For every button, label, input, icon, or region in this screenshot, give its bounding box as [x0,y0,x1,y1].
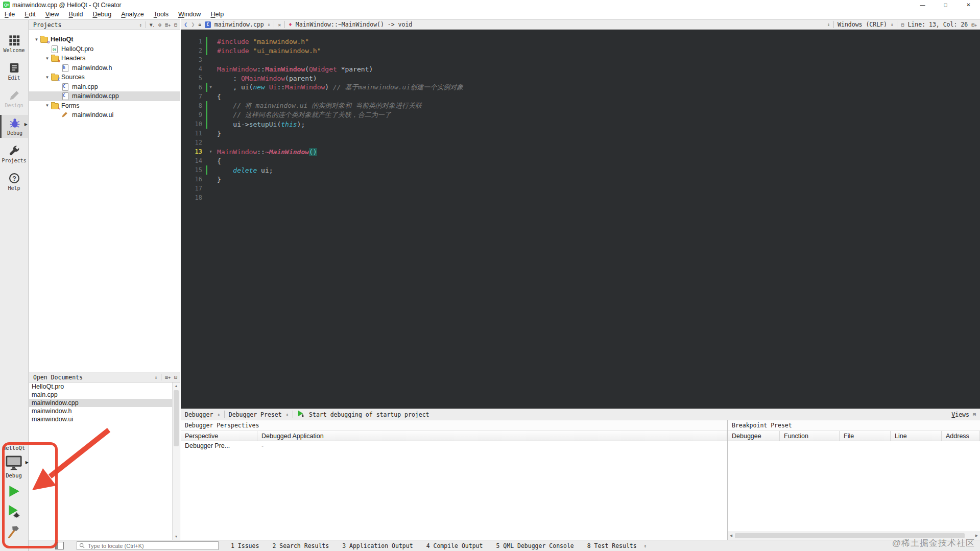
mode-button-welcome[interactable]: Welcome [0,32,28,55]
menu-help[interactable]: Help [210,11,224,18]
tree-item-mainwindow.ui[interactable]: mainwindow.ui [29,110,180,120]
start-debugging-button[interactable] [6,504,21,519]
column-header-file[interactable]: File [840,431,891,441]
menu-analyze[interactable]: Analyze [121,11,144,18]
expander-icon[interactable]: ▼ [44,56,51,61]
code-line-10[interactable]: 10 ui->setupUi(this); [181,119,980,129]
output-pane-button-4[interactable]: 4 Compile Output [426,542,483,549]
kit-target-button[interactable]: ▶ [5,455,22,472]
minimize-button[interactable]: — [911,0,934,10]
mode-button-edit[interactable]: Edit [0,60,28,83]
code-line-15[interactable]: 15 delete ui; [181,165,980,175]
code-line-18[interactable]: 18 [181,193,980,202]
expander-icon[interactable]: ▼ [33,37,40,42]
close-button[interactable]: ✕ [957,0,980,10]
code-line-11[interactable]: 11} [181,129,980,138]
locator-box[interactable] [77,541,219,550]
menu-build[interactable]: Build [69,11,83,18]
tree-item-Headers[interactable]: ▼hHeaders [29,54,180,63]
kit-selector[interactable]: HelloQt ▶ Debug [0,445,28,540]
toggle-sidebar-icon[interactable] [55,542,64,549]
scroll-down-icon[interactable]: ▼ [173,533,180,540]
run-button[interactable] [6,484,21,499]
code-line-4[interactable]: 4MainWindow::MainWindow(QWidget *parent) [181,64,980,74]
menu-edit[interactable]: Edit [25,11,36,18]
output-pane-button-5[interactable]: 5 QML Debugger Console [496,542,573,549]
menu-window[interactable]: Window [178,11,201,18]
file-dropdown-updown-icon[interactable]: ⇕ [268,22,270,27]
open-documents-scrollbar[interactable]: ▲ ▼ [172,382,180,540]
tree-item-mainwindow.h[interactable]: hmainwindow.h [29,63,180,73]
output-pane-button-8[interactable]: 8 Test Results [587,542,637,549]
maximize-button[interactable]: □ [934,0,957,10]
code-line-17[interactable]: 17 [181,184,980,193]
open-file-dropdown[interactable]: mainwindow.cpp [214,21,264,28]
code-line-12[interactable]: 12 [181,138,980,147]
code-line-13[interactable]: 13▼MainWindow::~MainWindow() [181,147,980,156]
scroll-right-icon[interactable]: ▶ [973,532,980,539]
close-document-icon[interactable]: ✕ [278,22,281,28]
forward-icon[interactable]: ❯ [191,21,195,28]
mode-button-help[interactable]: ?Help [0,170,28,193]
tree-item-main.cpp[interactable]: Cmain.cpp [29,82,180,92]
close-panel-icon[interactable]: ⊟ [174,22,177,28]
code-line-6[interactable]: 6▼ , ui(new Ui::MainWindow) // 基于mainwin… [181,83,980,92]
open-document-HelloQt.pro[interactable]: HelloQt.pro [29,382,180,391]
debugger-combo[interactable]: Debugger [185,411,213,418]
preset-combo[interactable]: Debugger Preset [229,411,282,418]
code-line-14[interactable]: 14{ [181,156,980,165]
debugger-combo-updown-icon[interactable]: ⇕ [217,412,220,417]
tree-item-mainwindow.cpp[interactable]: Cmainwindow.cpp [29,91,180,101]
output-pane-button-3[interactable]: 3 Application Output [342,542,413,549]
preset-combo-updown-icon[interactable]: ⇕ [286,412,289,417]
encoding-updown-icon[interactable]: ⇕ [891,22,893,27]
code-line-9[interactable]: 9 // 这样同名的连个类对象就产生了关联，合二为一了 [181,110,980,119]
output-pane-button-1[interactable]: 1 Issues [231,542,259,549]
column-header-function[interactable]: Function [780,431,840,441]
start-debugging-label[interactable]: Start debugging of startup project [309,411,429,418]
tree-item-HelloQt[interactable]: ▼⚙HelloQt [29,35,180,44]
code-line-1[interactable]: 1#include "mainwindow.h" [181,37,980,46]
code-line-3[interactable]: 3 [181,55,980,64]
views-menu[interactable]: Views [951,411,969,418]
filter-icon[interactable]: ▼, [150,22,155,28]
code-editor[interactable]: 1#include "mainwindow.h"2#include "ui_ma… [181,30,980,409]
code-line-7[interactable]: 7{ [181,92,980,101]
output-panes-updown-icon[interactable]: ⇕ [644,543,647,548]
open-document-mainwindow.h[interactable]: mainwindow.h [29,407,180,415]
code-line-16[interactable]: 16} [181,175,980,184]
table-row[interactable]: Debugger Pre...- [181,441,727,450]
fold-marker-icon[interactable]: ▼ [207,85,214,89]
column-header-debugged-application[interactable]: Debugged Application [257,431,727,441]
column-header-address[interactable]: Address [942,431,980,441]
column-header-line[interactable]: Line [891,431,942,441]
split-editor-icon[interactable]: ⊞+ [971,22,977,28]
column-header-perspective[interactable]: Perspective [181,431,257,441]
locator-input[interactable] [87,542,216,549]
column-header-debuggee[interactable]: Debuggee [728,431,780,441]
fold-marker-icon[interactable]: ▼ [207,150,214,154]
split-panel-icon[interactable]: ⊞+ [165,22,171,28]
tree-item-Forms[interactable]: ▼✎Forms [29,101,180,111]
mode-button-projects[interactable]: Projects [0,142,28,165]
sync-with-editor-icon[interactable]: ⊜ [158,22,161,28]
encoding-selector[interactable]: Windows (CRLF) [838,21,887,28]
mode-button-debug[interactable]: Debug▶ [0,115,28,138]
panel-mode-updown-icon[interactable]: ⇕ [155,375,157,380]
back-icon[interactable]: ❮ [184,21,187,28]
menu-file[interactable]: File [5,11,15,18]
tree-item-Sources[interactable]: ▼CSources [29,73,180,82]
expander-icon[interactable]: ▼ [44,75,51,80]
symbol-dropdown[interactable]: MainWindow::~MainWindow() -> void [296,21,412,28]
views-options-icon[interactable]: ⊟ [973,412,976,417]
open-document-main.cpp[interactable]: main.cpp [29,391,180,399]
editor-settings-icon[interactable]: ⊟ [901,22,904,28]
menu-debug[interactable]: Debug [92,11,111,18]
code-line-2[interactable]: 2#include "ui_mainwindow.h" [181,46,980,55]
code-line-5[interactable]: 5 : QMainWindow(parent) [181,74,980,83]
symbol-updown-icon[interactable]: ⇕ [827,22,830,27]
scroll-left-icon[interactable]: ◀ [728,532,734,539]
scroll-up-icon[interactable]: ▲ [173,382,180,389]
tree-item-HelloQt.pro[interactable]: QtHelloQt.pro [29,44,180,54]
breakpoints-hscrollbar[interactable]: ◀ ▶ [728,532,980,540]
